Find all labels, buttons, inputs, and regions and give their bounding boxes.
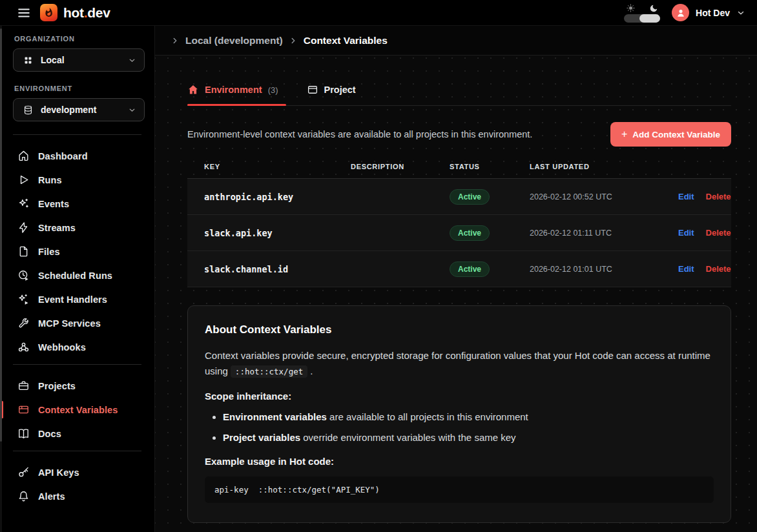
sidebar-item-label: Runs — [38, 175, 62, 185]
organization-select[interactable]: Local — [13, 48, 145, 72]
status-badge: Active — [450, 261, 490, 277]
delete-link[interactable]: Delete — [706, 192, 731, 201]
user-name: Hot Dev — [696, 8, 730, 18]
sidebar-item-label: Scheduled Runs — [38, 271, 112, 281]
edit-link[interactable]: Edit — [678, 192, 694, 201]
sidebar-item-alerts[interactable]: Alerts — [0, 484, 154, 508]
table-card-icon — [17, 404, 30, 416]
chevron-down-icon[interactable] — [736, 8, 745, 17]
sidebar-item-event-handlers[interactable]: Event Handlers — [0, 287, 154, 311]
sidebar-item-mcp-services[interactable]: MCP Services — [0, 311, 154, 335]
sparkles-icon — [17, 198, 30, 210]
top-bar: hot.dev Hot Dev — [0, 0, 757, 26]
inline-code: ::hot::ctx/get — [231, 365, 307, 378]
breadcrumb-parent[interactable]: Local (development) — [185, 35, 283, 46]
sidebar-item-webhooks[interactable]: Webhooks — [0, 335, 154, 359]
about-intro: Context variables provide secure, encryp… — [205, 348, 714, 380]
chevron-right-icon — [171, 36, 180, 45]
column-header-status: STATUS — [450, 163, 530, 170]
column-header-description: DESCRIPTION — [351, 163, 450, 170]
sidebar-item-runs[interactable]: Runs — [0, 168, 154, 192]
brand-logo[interactable]: hot.dev — [40, 4, 110, 21]
theme-toggle[interactable] — [624, 3, 660, 23]
sidebar-item-scheduled-runs[interactable]: Scheduled Runs — [0, 263, 154, 287]
home-icon — [187, 84, 199, 96]
sidebar-item-context-variables[interactable]: Context Variables — [0, 398, 154, 422]
home-icon — [17, 150, 30, 162]
theme-toggle-track[interactable] — [624, 14, 660, 23]
sidebar-item-streams[interactable]: Streams — [0, 216, 154, 240]
theme-toggle-thumb[interactable] — [639, 14, 660, 23]
edit-link[interactable]: Edit — [678, 228, 694, 238]
variable-key: slack.api.key — [204, 228, 351, 238]
page-description: Environment-level context variables are … — [187, 129, 532, 139]
sun-icon — [627, 4, 635, 12]
organization-label: ORGANIZATION — [14, 35, 154, 43]
tab-label: Environment — [205, 85, 262, 95]
moon-icon — [649, 4, 658, 13]
user-avatar[interactable] — [672, 4, 689, 21]
delete-link[interactable]: Delete — [706, 228, 731, 238]
webhook-icon — [17, 341, 30, 353]
key-icon — [17, 466, 30, 478]
last-updated: 2026-02-12 01:11 UTC — [530, 229, 678, 238]
scope-inheritance-heading: Scope inheritance: — [205, 391, 714, 402]
sidebar-item-projects[interactable]: Projects — [0, 374, 154, 398]
flame-logo-icon — [40, 4, 57, 21]
list-item: Project variables override environment v… — [223, 430, 714, 445]
sidebar-item-label: MCP Services — [38, 318, 101, 329]
sidebar-item-docs[interactable]: Docs — [0, 422, 154, 445]
divider — [13, 451, 141, 451]
about-context-variables-card: About Context Variables Context variable… — [187, 305, 731, 523]
environment-select[interactable]: development — [13, 98, 145, 121]
variable-key: slack.channel.id — [204, 264, 351, 274]
sidebar-item-label: Streams — [38, 223, 76, 233]
tab-environment[interactable]: Environment (3) — [187, 84, 278, 105]
sidebar-item-label: Files — [38, 247, 60, 257]
environment-label: ENVIRONMENT — [14, 85, 154, 92]
sidebar-item-label: Event Handlers — [38, 294, 107, 305]
sidebar-item-label: Dashboard — [38, 151, 88, 161]
divider — [13, 134, 141, 135]
hamburger-menu-icon[interactable] — [17, 6, 31, 20]
sidebar-item-label: Events — [38, 199, 69, 209]
content-area: Environment (3) Project Environment-leve… — [155, 56, 757, 532]
book-icon — [17, 427, 30, 440]
sidebar-item-label: Alerts — [38, 491, 65, 502]
context-variables-table: KEY DESCRIPTION STATUS LAST UPDATED anth… — [187, 163, 731, 287]
last-updated: 2026-02-12 01:01 UTC — [530, 265, 678, 274]
tab-bar: Environment (3) Project — [187, 84, 731, 106]
status-badge: Active — [450, 225, 490, 241]
scope-list: Environment variables are available to a… — [223, 409, 714, 445]
about-title: About Context Variables — [205, 323, 714, 336]
sidebar-item-api-keys[interactable]: API Keys — [0, 460, 154, 484]
sidebar-item-label: Webhooks — [38, 342, 86, 353]
lightning-icon — [17, 221, 30, 234]
sidebar-item-dashboard[interactable]: Dashboard — [0, 144, 154, 168]
delete-link[interactable]: Delete — [706, 264, 731, 274]
status-badge: Active — [450, 189, 490, 205]
plus-icon: + — [621, 128, 627, 140]
tab-project[interactable]: Project — [307, 84, 356, 105]
list-item: Environment variables are available to a… — [223, 409, 714, 424]
scrollbar[interactable] — [0, 26, 2, 532]
window-icon — [307, 84, 318, 96]
chevron-down-icon — [128, 56, 136, 65]
organization-value: Local — [41, 55, 128, 65]
tab-label: Project — [324, 85, 356, 95]
bell-icon — [17, 490, 30, 502]
divider — [13, 364, 141, 365]
add-context-variable-button[interactable]: + Add Context Variable — [610, 122, 731, 147]
clock-play-icon — [17, 269, 30, 281]
code-block: api-key ::hot::ctx/get("API_KEY") — [205, 476, 714, 503]
sidebar-item-label: API Keys — [38, 467, 79, 478]
sidebar-item-files[interactable]: Files — [0, 240, 154, 263]
last-updated: 2026-02-12 00:52 UTC — [530, 192, 678, 201]
sidebar-item-label: Projects — [38, 381, 76, 391]
breadcrumb-current: Context Variables — [304, 35, 388, 46]
edit-link[interactable]: Edit — [678, 264, 694, 274]
sidebar-item-events[interactable]: Events — [0, 192, 154, 216]
scrollbar-thumb[interactable] — [0, 28, 2, 442]
chevron-down-icon — [128, 106, 136, 114]
variable-key: anthropic.api.key — [204, 192, 351, 202]
